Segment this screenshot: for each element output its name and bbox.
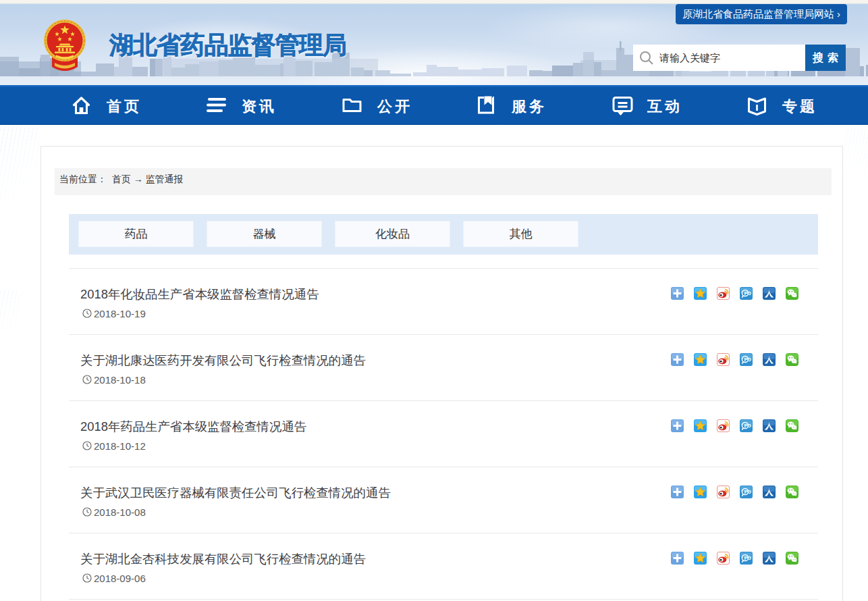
svg-text:P: P xyxy=(744,423,748,429)
svg-text:®: ® xyxy=(749,490,751,494)
svg-text:®: ® xyxy=(749,358,751,362)
svg-text:P: P xyxy=(744,357,748,363)
svg-text:P: P xyxy=(744,290,748,296)
svg-text:P: P xyxy=(744,489,748,495)
svg-text:®: ® xyxy=(749,292,751,296)
svg-text:®: ® xyxy=(749,556,751,560)
svg-text:®: ® xyxy=(749,424,751,428)
svg-text:P: P xyxy=(744,555,748,561)
